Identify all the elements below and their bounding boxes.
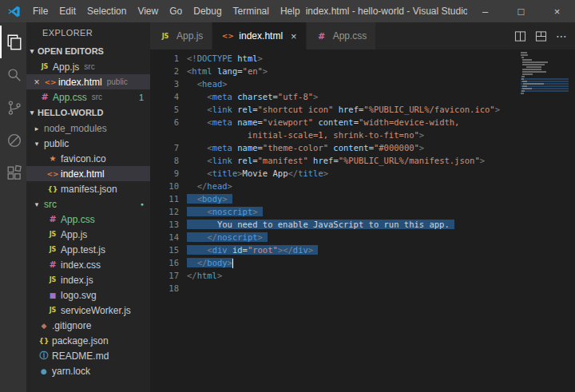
menu-selection[interactable]: Selection bbox=[81, 0, 132, 22]
file-name: README.md bbox=[52, 350, 109, 362]
line-content[interactable]: <div id="root"></div> bbox=[179, 244, 318, 256]
tab-label: App.css bbox=[333, 30, 367, 42]
js-file-icon: JS bbox=[46, 231, 59, 238]
line-number: 1 bbox=[150, 52, 179, 65]
file-name: package.json bbox=[52, 335, 109, 346]
editor[interactable]: 1<!DOCTYPE html>2<html lang="en">3 <head… bbox=[150, 49, 575, 392]
tree-item-src[interactable]: ▾src● bbox=[26, 196, 150, 212]
file-name: node_modules bbox=[44, 123, 107, 134]
line-content[interactable]: <link rel="manifest" href="%PUBLIC_URL%/… bbox=[179, 154, 485, 167]
line-content[interactable]: <!DOCTYPE html> bbox=[179, 52, 263, 65]
code-line: 7 <meta name="theme-color" content="#000… bbox=[150, 141, 575, 154]
minimize-button[interactable]: – bbox=[467, 0, 503, 22]
menu-file[interactable]: File bbox=[27, 0, 54, 22]
line-content[interactable]: </html> bbox=[179, 269, 222, 282]
tree-item-App.js[interactable]: JSApp.js bbox=[26, 227, 150, 242]
line-number: 13 bbox=[150, 218, 179, 231]
file-path: src bbox=[84, 62, 94, 71]
menu-view[interactable]: View bbox=[132, 0, 164, 22]
maximize-button[interactable]: □ bbox=[503, 0, 539, 22]
debug-icon[interactable] bbox=[0, 124, 26, 156]
tree-item-.gitignore[interactable]: ◆.gitignore bbox=[26, 318, 150, 333]
menu-debug[interactable]: Debug bbox=[188, 0, 227, 22]
line-number: 9 bbox=[150, 167, 179, 180]
tree-item-public[interactable]: ▾public bbox=[26, 136, 150, 151]
line-content[interactable]: </body> bbox=[179, 256, 233, 269]
tree-item-serviceWorker.js[interactable]: JSserviceWorker.js bbox=[26, 303, 150, 318]
tab-close-icon[interactable]: × bbox=[291, 30, 297, 42]
sidebar-title: EXPLORER bbox=[26, 22, 150, 43]
tree-item-App.test.js[interactable]: JSApp.test.js bbox=[26, 242, 150, 257]
minimap-line bbox=[521, 85, 569, 87]
tree-item-yarn.lock[interactable]: ●yarn.lock bbox=[26, 363, 150, 378]
project-label: HELLO-WORLD bbox=[38, 108, 103, 117]
line-number: 18 bbox=[150, 282, 179, 295]
tree-item-package.json[interactable]: {}package.json bbox=[26, 333, 150, 348]
open-editor-index.html[interactable]: ×<>index.htmlpublic bbox=[26, 74, 150, 89]
menu-help[interactable]: Help bbox=[275, 0, 306, 22]
line-number: 15 bbox=[150, 244, 179, 256]
tree-item-logo.svg[interactable]: ■logo.svg bbox=[26, 287, 150, 303]
menu-edit[interactable]: Edit bbox=[54, 0, 81, 22]
code-line: 9 <title>Movie App</title> bbox=[150, 167, 575, 180]
line-content[interactable]: <title>Movie App</title> bbox=[179, 167, 328, 180]
chevron-down-icon: ▾ bbox=[31, 140, 42, 148]
more-actions-icon[interactable]: ⋯ bbox=[556, 30, 567, 42]
line-content[interactable]: </noscript> bbox=[179, 231, 268, 244]
line-content[interactable]: <meta name="viewport" content="width=dev… bbox=[179, 116, 459, 129]
search-icon[interactable] bbox=[0, 58, 26, 91]
split-editor-icon[interactable] bbox=[514, 30, 526, 42]
js-file-icon: JS bbox=[38, 63, 51, 70]
editor-layout-icon[interactable] bbox=[535, 30, 547, 42]
tab-App.js[interactable]: JSApp.js bbox=[150, 22, 212, 49]
modified-badge: 1 bbox=[139, 93, 144, 102]
title-bar: FileEditSelectionViewGoDebugTerminalHelp… bbox=[0, 0, 575, 22]
html-file-icon: <> bbox=[46, 170, 59, 178]
main-layout: EXPLORER ▾ OPEN EDITORS JSApp.jssrc×<>in… bbox=[0, 22, 575, 392]
js-file-icon: JS bbox=[46, 307, 59, 314]
tree-item-index.css[interactable]: #index.css bbox=[26, 257, 150, 272]
project-tree: ▸node_modules▾public★favicon.ico<>index.… bbox=[26, 121, 150, 378]
line-content[interactable]: You need to enable JavaScript to run thi… bbox=[179, 218, 454, 231]
line-content[interactable]: </head> bbox=[179, 180, 232, 192]
tree-item-favicon.ico[interactable]: ★favicon.ico bbox=[26, 151, 150, 166]
open-editor-App.css[interactable]: #App.csssrc1 bbox=[26, 89, 150, 105]
tree-item-index.js[interactable]: JSindex.js bbox=[26, 272, 150, 287]
open-editors-header[interactable]: ▾ OPEN EDITORS bbox=[26, 43, 150, 59]
explorer-icon[interactable] bbox=[0, 26, 26, 58]
file-path: src bbox=[92, 93, 102, 101]
line-content[interactable]: <link rel="shortcut icon" href="%PUBLIC_… bbox=[179, 103, 500, 116]
json-file-icon: {} bbox=[38, 337, 50, 345]
tab-App.css[interactable]: #App.css bbox=[307, 22, 377, 49]
modified-dot: ● bbox=[141, 201, 144, 207]
line-content[interactable]: <noscript> bbox=[179, 205, 263, 218]
minimap-line bbox=[521, 93, 569, 94]
line-content[interactable]: <html lang="en"> bbox=[179, 65, 268, 77]
line-content[interactable]: <meta name="theme-color" content="#00000… bbox=[179, 141, 424, 154]
line-content[interactable]: <meta charset="utf-8"> bbox=[179, 90, 318, 103]
tree-item-App.css[interactable]: #App.css bbox=[26, 212, 150, 227]
close-button[interactable]: × bbox=[539, 0, 575, 22]
line-content[interactable]: initial-scale=1, shrink-to-fit=no"> bbox=[179, 129, 424, 141]
json-file-icon: {} bbox=[46, 185, 59, 193]
line-content[interactable]: <head> bbox=[179, 77, 228, 90]
js-file-icon: JS bbox=[46, 276, 59, 283]
minimap[interactable] bbox=[521, 52, 569, 97]
tab-index.html[interactable]: <>index.html× bbox=[212, 22, 306, 49]
tabs: JSApp.js<>index.html×#App.css bbox=[150, 22, 376, 49]
tree-item-index.html[interactable]: <>index.html bbox=[26, 166, 150, 181]
tree-item-manifest.json[interactable]: {}manifest.json bbox=[26, 181, 150, 196]
code-area[interactable]: 1<!DOCTYPE html>2<html lang="en">3 <head… bbox=[150, 52, 575, 295]
menu-go[interactable]: Go bbox=[164, 0, 188, 22]
open-editor-App.js[interactable]: JSApp.jssrc bbox=[26, 59, 150, 74]
line-content[interactable]: <body> bbox=[179, 192, 232, 205]
tree-item-node_modules[interactable]: ▸node_modules bbox=[26, 121, 150, 136]
line-content[interactable] bbox=[179, 282, 187, 295]
project-header[interactable]: ▾ HELLO-WORLD bbox=[26, 105, 150, 121]
chevron-down-icon: ▾ bbox=[26, 47, 38, 55]
tree-item-README.md[interactable]: ⓘREADME.md bbox=[26, 348, 150, 363]
source-control-icon[interactable] bbox=[0, 91, 26, 124]
menu-terminal[interactable]: Terminal bbox=[228, 0, 275, 22]
extensions-icon[interactable] bbox=[0, 156, 26, 189]
close-editor-icon[interactable]: × bbox=[31, 77, 42, 88]
